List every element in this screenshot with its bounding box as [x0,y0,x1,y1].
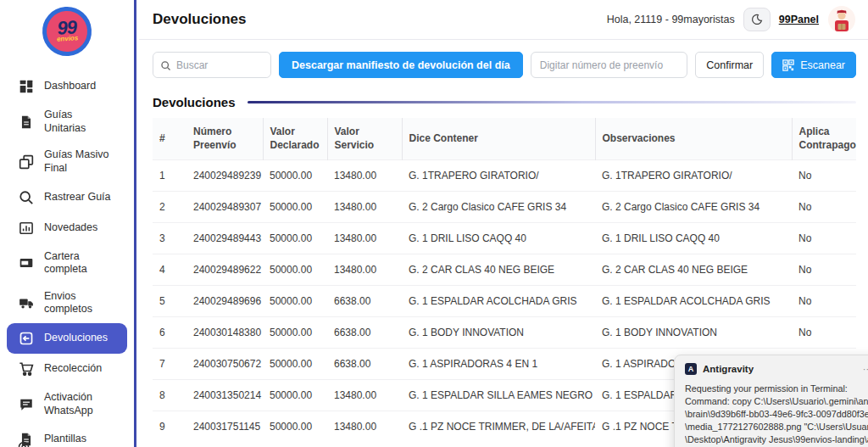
sidebar-item-cartera-completa[interactable]: Cartera completa [7,243,127,283]
table-row[interactable]: 4 240029489622 50000.00 13480.00 G. 2 CA… [153,254,856,286]
bar-chart-icon [19,221,34,236]
search-icon [160,59,171,70]
sidebar: 99 envios Dashboard Guías Unitarias Guía… [0,0,136,447]
sidebar-item-dashboard[interactable]: Dashboard [7,71,127,102]
cell-index: 4 [153,254,186,286]
table-row[interactable]: 5 240029489696 50000.00 6638.00 G. 1 ESP… [153,286,856,317]
sidebar-item-label: Plantillas [44,433,86,446]
cell-valor-declarado: 50000.00 [263,192,327,223]
cell-aplica-contrapago: No [792,223,856,254]
cell-aplica-contrapago: No [792,317,856,349]
cell-valor-declarado: 50000.00 [263,223,327,254]
cell-valor-servicio: 13480.00 [327,160,402,192]
cell-index: 5 [153,286,186,317]
cell-valor-declarado: 50000.00 [263,317,327,349]
search-icon [19,190,34,205]
notification-text-line: Requesting your permission in Terminal: [685,383,868,395]
column-header: Aplica Contrapago [792,118,856,160]
cell-valor-servicio: 13480.00 [327,223,402,254]
copy-stack-icon [19,154,34,170]
theme-toggle-button[interactable] [743,8,771,31]
notification-body: Requesting your permission in Terminal:C… [685,383,868,447]
more-options-icon[interactable]: ··· [860,364,868,374]
cell-preenvio: 240029489443 [186,223,263,254]
download-manifest-button[interactable]: Descargar manifiesto de devolución del d… [279,52,523,78]
settings-icon[interactable] [17,440,31,447]
cell-observaciones: G. 1TRAPERO GIRATORIO/ [595,160,792,192]
truck-icon [19,295,34,310]
logo-subtext: envios [57,35,79,43]
cell-observaciones: G. 1 BODY INNOVATION [595,317,792,349]
cell-index: 9 [153,411,186,443]
sidebar-item-label: Envios completos [44,290,115,316]
cell-dice-contener: G. 1 ASPIRADORAS 4 EN 1 [402,349,595,380]
chat-icon [19,397,34,412]
scan-button[interactable]: Escanear [771,52,856,78]
cell-preenvio: 240031350214 [186,380,263,411]
notification-header: A Antigravity ··· ✕ [685,363,868,375]
notification-popup[interactable]: A Antigravity ··· ✕ Requesting your perm… [674,355,868,447]
confirm-button[interactable]: Confirmar [695,52,764,78]
cell-dice-contener: G. 2 Cargo Clasico CAFE GRIS 34 [402,192,595,223]
table-row[interactable]: 6 240030148380 50000.00 6638.00 G. 1 BOD… [153,317,856,349]
cell-aplica-contrapago: No [792,286,856,317]
sidebar-item-novedades[interactable]: Novedades [7,213,127,243]
section-title: Devoluciones [153,95,236,109]
app-window: 99 envios Dashboard Guías Unitarias Guía… [0,0,868,447]
cell-preenvio: 240029489307 [186,192,263,223]
cell-index: 8 [153,380,186,411]
cell-dice-contener: G. 1TRAPERO GIRATORIO/ [402,160,595,192]
sidebar-item-label: Recolección [44,362,102,376]
column-header: Dice Contener [402,118,595,160]
cell-observaciones: G. 1 DRIL LISO CAQQ 40 [595,223,792,254]
sidebar-item-rastrear-guia[interactable]: Rastrear Guía [7,182,127,213]
cell-preenvio: 240029489239 [186,160,263,192]
sidebar-item-recoleccion[interactable]: Recolección [7,354,127,384]
cell-dice-contener: G. 1 DRIL LISO CAQQ 40 [402,223,595,254]
cell-index: 7 [153,349,186,380]
brand-logo: 99 envios [41,5,93,58]
cell-valor-servicio: 6638.00 [327,349,402,380]
antigravity-app-icon: A [685,363,697,375]
column-header: Valor Servicio [327,118,402,160]
dashboard-grid-icon [19,79,34,94]
sidebar-item-label: Dashboard [44,80,96,93]
cell-valor-declarado: 50000.00 [263,160,327,192]
page-title: Devoluciones [153,11,247,28]
cell-observaciones: G. 2 Cargo Clasico CAFE GRIS 34 [595,192,792,223]
table-row[interactable]: 2 240029489307 50000.00 13480.00 G. 2 Ca… [153,192,856,223]
cell-preenvio: 240029489696 [186,286,263,317]
sidebar-item-label: Devoluciones [44,332,108,345]
notification-text-line: \Desktop\Antigravity Jesus\99envios-land… [685,433,868,446]
section-header: Devoluciones [139,88,868,118]
sidebar-item-activacion-whatsapp[interactable]: Activación WhatsApp [7,384,127,424]
preenvio-input[interactable] [531,52,688,78]
avatar[interactable] [827,5,856,34]
cell-valor-servicio: 13480.00 [327,380,402,411]
sidebar-item-guias-unitarias[interactable]: Guías Unitarias [7,102,127,142]
table-row[interactable]: 3 240029489443 50000.00 13480.00 G. 1 DR… [153,223,856,254]
column-header: # [153,118,186,160]
sidebar-item-devoluciones[interactable]: Devoluciones [7,323,127,354]
sidebar-item-guias-masivo-final[interactable]: Guías Masivo Final [7,142,127,182]
section-divider [248,101,856,103]
cell-dice-contener: G. 1 BODY INNOVATION [402,317,595,349]
cart-icon [19,361,34,377]
cell-valor-servicio: 6638.00 [327,286,402,317]
cell-valor-servicio: 13480.00 [327,411,402,443]
sidebar-item-label: Novedades [44,221,97,235]
sidebar-item-envios-completos[interactable]: Envios completos [7,283,127,323]
sidebar-item-label: Rastrear Guía [44,191,111,204]
user-greeting: Hola, 21119 - 99mayoristas [607,14,735,25]
scan-button-label: Escanear [800,59,845,71]
cell-valor-declarado: 50000.00 [263,254,327,286]
panel-link[interactable]: 99Panel [779,14,819,25]
cell-preenvio: 240030750672 [186,349,263,380]
notification-text-line: \media_1772127602888.png "C:\Users\Usuar… [685,421,868,433]
topbar: Devoluciones Hola, 21119 - 99mayoristas … [139,0,868,40]
notification-app-name: Antigravity [703,364,854,374]
table-row[interactable]: 1 240029489239 50000.00 13480.00 G. 1TRA… [153,160,856,192]
cell-dice-contener: G. 2 CAR CLAS 40 NEG BEIGE [402,254,595,286]
notification-text-line: Command: copy C:\Users\Usuario\.gemini\a… [685,395,868,408]
cell-index: 3 [153,223,186,254]
